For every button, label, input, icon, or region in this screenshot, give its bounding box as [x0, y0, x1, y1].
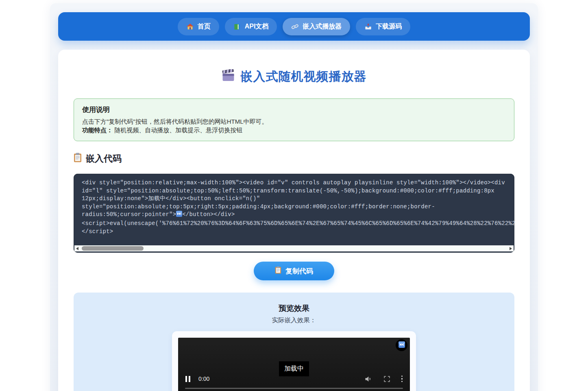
preview-subheading: 实际嵌入效果： — [74, 316, 514, 325]
volume-button[interactable] — [364, 375, 372, 383]
top-navbar: 首页 API文档 嵌入式播放器 下载源码 — [58, 12, 530, 41]
scrollbar-left-arrow[interactable] — [74, 245, 80, 251]
code-line: </script> — [82, 228, 506, 236]
nav-item-home[interactable]: 首页 — [178, 18, 219, 35]
nav-item-api-docs[interactable]: API文档 — [225, 18, 277, 35]
copy-code-button[interactable]: 复制代码 — [254, 262, 334, 280]
books-icon — [233, 23, 241, 31]
video-time-label: 0:00 — [198, 376, 209, 382]
code-line: 12px;display:none">加载中</div><button oncl… — [82, 195, 506, 203]
usage-instructions-line: 点击下方"复制代码"按钮，然后将代码粘贴到您的网站HTML中即可。 — [82, 117, 506, 126]
copy-button-row: 复制代码 — [74, 262, 514, 280]
clipboard-icon — [74, 153, 82, 165]
nav-item-label: API文档 — [245, 22, 269, 31]
usage-instructions-heading: 使用说明 — [82, 105, 506, 114]
feature-list-text: 随机视频、自动播放、加载提示、悬浮切换按钮 — [113, 127, 242, 133]
code-line: style="position:absolute;top:5px;right:5… — [82, 203, 506, 211]
home-icon — [186, 23, 194, 31]
copy-code-button-label: 复制代码 — [285, 266, 313, 276]
code-line: <script>eval(unescape('%76%61%72%20%76%3… — [82, 220, 506, 228]
nav-item-label: 下载源码 — [376, 22, 402, 31]
fullscreen-button[interactable] — [383, 375, 391, 383]
video-progress-bar[interactable] — [185, 388, 403, 389]
clapper-board-icon — [222, 69, 235, 85]
code-line: id="l" style="position:absolute;top:50%;… — [82, 187, 506, 195]
next-track-icon — [399, 341, 405, 349]
scrollbar-thumb[interactable] — [82, 246, 144, 251]
embed-code-block[interactable]: <div style="position:relative;max-width:… — [74, 174, 514, 253]
embedded-player-card: 加载中 0:00 — [172, 331, 416, 391]
scrollbar-track[interactable] — [80, 245, 508, 251]
more-options-button[interactable] — [401, 376, 403, 382]
scrollbar-right-arrow[interactable] — [508, 245, 514, 251]
code-line: radius:50%;cursor:pointer"></button></di… — [82, 211, 506, 220]
nav-item-label: 首页 — [198, 22, 211, 31]
code-line: <div style="position:relative;max-width:… — [82, 179, 506, 187]
video-controls-bar: 0:00 — [178, 374, 410, 384]
inbox-download-icon — [364, 23, 372, 31]
nav-item-embedded-player[interactable]: 嵌入式播放器 — [283, 18, 350, 35]
next-video-button[interactable] — [396, 339, 407, 351]
feature-list-label: 功能特点： — [82, 127, 113, 133]
link-icon — [291, 23, 299, 31]
feature-list-line: 功能特点： 随机视频、自动播放、加载提示、悬浮切换按钮 — [82, 126, 506, 134]
embed-code-heading-text: 嵌入代码 — [86, 153, 122, 165]
content-wrapper: 首页 API文档 嵌入式播放器 下载源码 — [50, 3, 538, 391]
nav-item-download-source[interactable]: 下载源码 — [356, 18, 410, 35]
code-horizontal-scrollbar[interactable] — [74, 245, 514, 251]
pause-button[interactable] — [185, 376, 190, 382]
embed-code-heading: 嵌入代码 — [74, 153, 514, 165]
clipboard-icon — [275, 266, 281, 276]
page-title-text: 嵌入式随机视频播放器 — [241, 68, 367, 85]
next-track-icon — [176, 211, 182, 220]
nav-item-label: 嵌入式播放器 — [303, 22, 342, 31]
embed-code-text: <div style="position:relative;max-width:… — [74, 174, 514, 244]
page-background: 首页 API文档 嵌入式播放器 下载源码 — [0, 0, 588, 391]
video-player[interactable]: 加载中 0:00 — [178, 338, 410, 391]
preview-heading: 预览效果 — [74, 303, 514, 314]
main-card: 嵌入式随机视频播放器 使用说明 点击下方"复制代码"按钮，然后将代码粘贴到您的网… — [58, 50, 530, 391]
usage-instructions-box: 使用说明 点击下方"复制代码"按钮，然后将代码粘贴到您的网站HTML中即可。 功… — [74, 98, 514, 141]
preview-panel: 预览效果 实际嵌入效果： 加载中 0:00 — [74, 293, 514, 391]
page-title: 嵌入式随机视频播放器 — [74, 68, 514, 85]
